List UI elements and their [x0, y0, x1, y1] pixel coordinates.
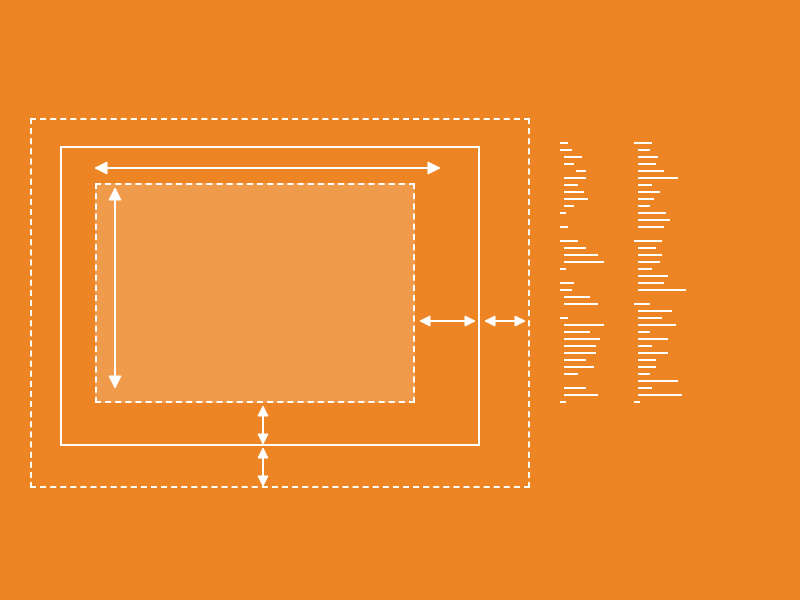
code-line — [638, 338, 668, 340]
code-line — [634, 240, 662, 242]
code-line — [564, 359, 586, 361]
code-line — [638, 163, 656, 165]
svg-marker-2 — [428, 162, 440, 174]
code-line — [638, 191, 660, 193]
code-line — [560, 142, 568, 144]
code-line — [564, 205, 574, 207]
code-line — [560, 240, 578, 242]
code-line — [564, 338, 600, 340]
code-line — [560, 401, 566, 403]
code-line — [634, 303, 650, 305]
code-column-right — [634, 140, 686, 440]
code-line — [638, 324, 676, 326]
code-line — [564, 163, 574, 165]
svg-marker-8 — [465, 316, 475, 326]
code-line — [638, 247, 656, 249]
code-line — [564, 191, 584, 193]
code-line — [564, 156, 582, 158]
code-line — [638, 275, 668, 277]
code-line — [638, 177, 678, 179]
stylized-code-block — [560, 140, 780, 440]
width-arrow-icon — [95, 158, 440, 178]
code-line — [638, 387, 652, 389]
code-line — [560, 268, 566, 270]
code-line — [564, 247, 586, 249]
svg-marker-1 — [95, 162, 107, 174]
padding-bottom-arrow-icon — [255, 406, 271, 444]
code-line — [638, 345, 652, 347]
code-line — [564, 373, 578, 375]
code-line — [638, 205, 650, 207]
code-line — [560, 149, 572, 151]
code-line — [564, 177, 586, 179]
code-line — [564, 254, 598, 256]
code-line — [638, 366, 656, 368]
code-line — [638, 289, 686, 291]
code-line — [564, 261, 604, 263]
code-line — [634, 401, 640, 403]
code-line — [564, 387, 586, 389]
code-line — [564, 366, 594, 368]
code-line — [638, 184, 652, 186]
code-line — [638, 170, 664, 172]
svg-marker-4 — [109, 188, 121, 200]
code-line — [560, 289, 572, 291]
code-line — [638, 212, 666, 214]
code-line — [560, 317, 568, 319]
code-line — [560, 212, 566, 214]
code-line — [638, 352, 668, 354]
code-line — [564, 394, 598, 396]
svg-marker-5 — [109, 376, 121, 388]
code-line — [634, 142, 652, 144]
code-line — [638, 254, 662, 256]
height-arrow-icon — [105, 188, 125, 388]
code-line — [564, 331, 590, 333]
code-line — [638, 380, 678, 382]
svg-marker-17 — [258, 476, 268, 486]
svg-marker-7 — [420, 316, 430, 326]
code-line — [638, 359, 656, 361]
code-line — [564, 198, 588, 200]
code-line — [564, 352, 596, 354]
svg-marker-11 — [515, 316, 525, 326]
code-line — [638, 198, 654, 200]
svg-marker-10 — [485, 316, 495, 326]
code-line — [638, 149, 650, 151]
code-line — [576, 170, 586, 172]
code-line — [638, 282, 664, 284]
svg-marker-14 — [258, 434, 268, 444]
code-line — [638, 317, 662, 319]
padding-right-arrow-icon — [420, 313, 475, 329]
svg-marker-16 — [258, 448, 268, 458]
code-line — [564, 345, 596, 347]
content-area-box — [95, 183, 415, 403]
code-line — [638, 268, 652, 270]
code-line — [638, 373, 650, 375]
code-line — [564, 184, 578, 186]
code-line — [560, 226, 568, 228]
margin-right-arrow-icon — [485, 313, 525, 329]
code-line — [564, 324, 604, 326]
code-line — [560, 282, 574, 284]
code-line — [638, 310, 672, 312]
code-line — [638, 331, 650, 333]
code-line — [638, 394, 682, 396]
margin-bottom-arrow-icon — [255, 448, 271, 486]
code-column-left — [560, 140, 604, 440]
code-line — [564, 296, 590, 298]
box-model-diagram — [30, 118, 530, 488]
code-line — [638, 156, 658, 158]
code-line — [638, 261, 660, 263]
code-line — [638, 226, 664, 228]
code-line — [638, 219, 670, 221]
svg-marker-13 — [258, 406, 268, 416]
code-line — [564, 303, 598, 305]
